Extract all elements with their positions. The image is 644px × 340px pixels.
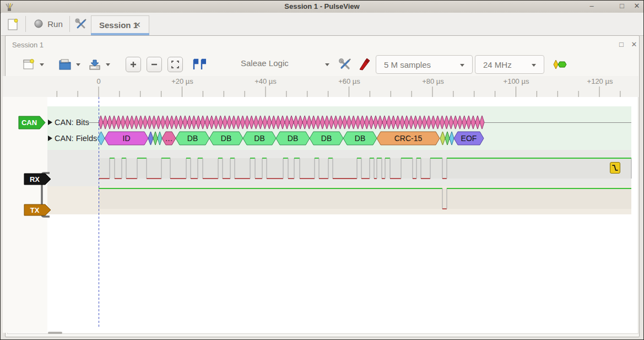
ruler-label: +80 µs <box>422 77 444 85</box>
sample-rate-value: 24 MHz <box>475 60 512 69</box>
horizontal-scrollbar-thumb[interactable] <box>48 332 62 334</box>
decoder-row-bits-label: CAN: Bits <box>55 118 89 127</box>
tab-close-icon[interactable]: ✕ <box>134 20 141 29</box>
minimize-button[interactable]: – <box>586 2 598 10</box>
ruler-label: +60 µs <box>338 77 360 85</box>
ruler-label: +120 µs <box>587 77 613 85</box>
new-session-icon <box>8 18 19 30</box>
new-view-icon <box>23 58 35 71</box>
trigger-marker[interactable] <box>610 162 620 174</box>
save-icon <box>88 58 101 71</box>
sample-rate-combobox[interactable]: 24 MHz <box>475 55 544 74</box>
save-button[interactable] <box>87 57 102 72</box>
probe-icon <box>358 58 370 71</box>
open-folder-icon <box>58 58 72 71</box>
session-maximize-button[interactable]: □ <box>616 40 627 48</box>
run-button-label: Run <box>47 19 63 29</box>
device-selector[interactable]: Saleae Logic <box>241 58 289 68</box>
tx-row-background[interactable] <box>47 186 631 214</box>
new-view-button[interactable] <box>21 57 36 72</box>
trigger-flags-button[interactable] <box>191 57 207 72</box>
sample-count-combobox[interactable]: 5 M samples <box>376 55 473 74</box>
add-decoder-button[interactable] <box>552 57 569 72</box>
zoom-out-icon <box>150 61 158 68</box>
new-view-dropdown-arrow[interactable] <box>40 63 44 66</box>
sample-count-dropdown-arrow <box>460 64 464 67</box>
open-dropdown-arrow[interactable] <box>76 63 80 66</box>
decoder-row-background[interactable] <box>47 106 631 150</box>
decoder-row-fields-label: CAN: Fields <box>55 134 97 143</box>
save-dropdown-arrow[interactable] <box>106 63 110 66</box>
close-button[interactable]: ✕ <box>631 2 643 10</box>
settings-button[interactable] <box>74 17 88 31</box>
run-button[interactable]: Run <box>31 16 66 31</box>
sample-rate-dropdown-arrow <box>532 64 536 67</box>
window-title: Session 1 - PulseView <box>1 2 643 10</box>
session-window-title: Session 1 <box>12 41 44 49</box>
zoom-fit-icon <box>171 60 180 69</box>
ruler-label: +20 µs <box>171 77 193 85</box>
zoom-in-icon <box>129 61 137 68</box>
run-icon <box>34 19 43 28</box>
settings-icon <box>75 18 87 30</box>
zoom-in-button[interactable] <box>126 57 141 72</box>
open-button[interactable] <box>57 57 73 72</box>
configure-device-button[interactable] <box>337 57 353 72</box>
rx-row-background[interactable] <box>47 150 631 186</box>
toolbar-separator <box>25 16 26 32</box>
device-dropdown-arrow[interactable] <box>325 63 329 66</box>
maximize-button[interactable]: □ <box>616 2 628 10</box>
new-session-button[interactable] <box>6 17 20 31</box>
zoom-fit-button[interactable] <box>167 57 183 72</box>
falling-edge-icon <box>611 163 619 172</box>
tab-label: Session 1 <box>99 20 138 30</box>
configure-device-icon <box>338 58 351 71</box>
ruler-label: 0 <box>96 77 100 85</box>
zoom-out-button[interactable] <box>147 57 162 72</box>
main-toolbar: Run Session 1 ✕ <box>1 13 644 36</box>
pulseview-window: Session 1 - PulseView – □ ✕ Run <box>0 0 644 340</box>
trigger-flags-icon <box>192 58 206 71</box>
session-close-button[interactable]: ✕ <box>629 40 640 48</box>
ruler-label: +100 µs <box>504 77 529 85</box>
trace-label-panel <box>3 97 47 333</box>
ruler-label: +40 µs <box>255 77 277 85</box>
sample-count-value: 5 M samples <box>376 60 431 69</box>
device-name: Saleae Logic <box>241 58 289 68</box>
channels-button[interactable] <box>357 57 371 72</box>
add-decoder-icon <box>553 58 568 71</box>
session-toolbar: Saleae Logic 5 M samples <box>6 52 639 77</box>
titlebar[interactable]: Session 1 - PulseView – □ ✕ <box>1 1 643 13</box>
toolbar-separator <box>69 16 70 32</box>
tab-session-1[interactable]: Session 1 ✕ <box>91 15 149 35</box>
